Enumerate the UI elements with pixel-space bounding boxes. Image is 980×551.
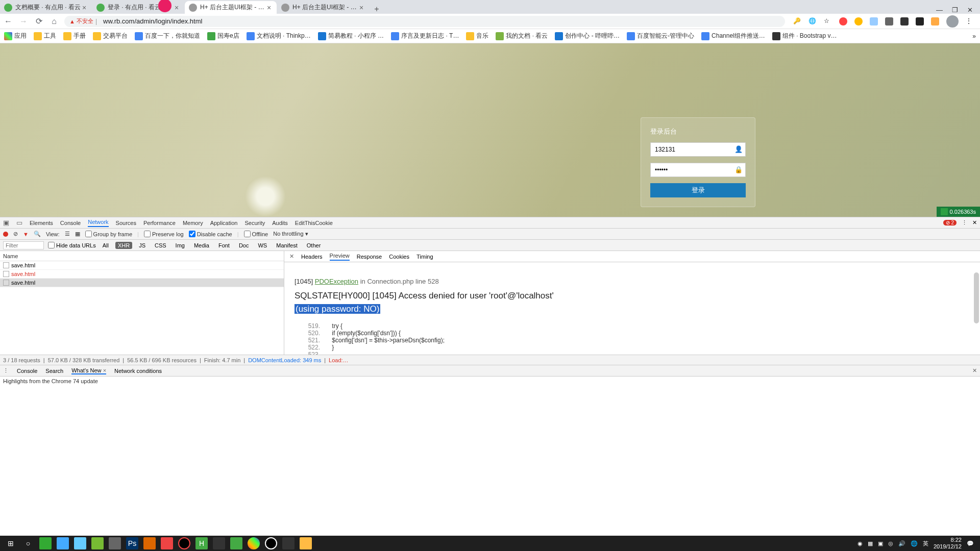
close-icon[interactable]: × <box>358 4 365 11</box>
devtools-tab-security[interactable]: Security <box>244 220 265 226</box>
start-button[interactable]: ⊞ <box>5 537 17 549</box>
tray-wechat-icon[interactable]: ◎ <box>888 540 893 547</box>
drawer-menu-icon[interactable]: ⋮ <box>3 367 9 374</box>
filter-input[interactable] <box>3 241 44 249</box>
key-icon[interactable]: 🔑 <box>793 17 801 26</box>
maximize-button[interactable]: ❐ <box>952 6 958 14</box>
browser-tab-0[interactable]: 文档概要 · 有点用 · 看云× <box>0 1 92 14</box>
tray-volume-icon[interactable]: 🔊 <box>898 540 905 547</box>
bookmark-star-icon[interactable]: ☆ <box>824 17 832 26</box>
tray-icon[interactable]: ◉ <box>857 540 863 547</box>
preview-pane[interactable]: [1045] PDOException in Connection.php li… <box>284 262 980 355</box>
drawer-tab-network-conditions[interactable]: Network conditions <box>114 368 162 374</box>
forward-button[interactable]: → <box>18 17 29 26</box>
record-icon[interactable] <box>178 537 190 549</box>
taskbar-app-icon[interactable]: H <box>195 537 208 549</box>
explorer-icon[interactable] <box>300 537 312 549</box>
devtools-tab-memory[interactable]: Memory <box>183 220 203 226</box>
bookmark-item[interactable]: 百度智能云-管理中心 <box>627 32 694 40</box>
bookmark-item[interactable]: 百度一下，你就知道 <box>135 32 200 40</box>
filter-type-doc[interactable]: Doc <box>236 242 252 249</box>
drawer-tab-whatsnew[interactable]: What's New × <box>71 367 106 374</box>
filter-type-media[interactable]: Media <box>191 242 212 249</box>
browser-tab-2[interactable]: H+ 后台主题UI框架 - 登录× <box>185 1 277 14</box>
hide-dataurls-checkbox[interactable]: Hide data URLs <box>48 242 96 248</box>
reload-button[interactable]: ⟳ <box>34 16 44 26</box>
inspect-element-icon[interactable]: ▣ <box>3 219 9 227</box>
bookmark-item[interactable]: 创作中心 - 哔哩哔… <box>555 32 620 40</box>
ext1-icon[interactable] <box>839 17 847 26</box>
bookmark-item[interactable]: 简易教程 · 小程序 … <box>318 32 384 40</box>
drawer-tab-console[interactable]: Console <box>17 368 37 374</box>
taskbar-app-icon[interactable] <box>39 537 52 549</box>
view-large-icon[interactable]: ☰ <box>65 231 70 237</box>
username-input[interactable] <box>650 142 746 157</box>
filter-type-all[interactable]: All <box>100 242 111 249</box>
devtools-tab-performance[interactable]: Performance <box>143 220 176 226</box>
filter-type-img[interactable]: Img <box>173 242 187 249</box>
bookmark-item[interactable]: 组件 · Bootstrap v… <box>772 32 837 40</box>
minimize-button[interactable]: — <box>936 6 943 14</box>
ext2-icon[interactable] <box>854 17 863 26</box>
close-icon[interactable]: × <box>265 4 273 11</box>
bookmark-item[interactable]: 国寿e店 <box>207 32 239 40</box>
profile-avatar-icon[interactable] <box>946 15 959 28</box>
taskbar-app-icon[interactable] <box>57 537 69 549</box>
bookmarks-overflow-button[interactable]: » <box>972 33 976 40</box>
detail-tab-response[interactable]: Response <box>357 254 382 260</box>
bookmark-item[interactable]: 序言及更新日志 · T… <box>391 32 459 40</box>
devtools-tab-audits[interactable]: Audits <box>272 220 288 226</box>
taskbar-app-icon[interactable] <box>161 537 173 549</box>
search-icon[interactable]: 🔍 <box>34 231 41 237</box>
filter-type-css[interactable]: CSS <box>152 242 169 249</box>
new-tab-button[interactable]: + <box>370 5 384 14</box>
scrollbar[interactable] <box>974 272 979 323</box>
ime-indicator[interactable]: 英 <box>923 540 928 547</box>
error-count-badge[interactable]: ⊘ 2 <box>943 220 957 226</box>
devtools-tab-elements[interactable]: Elements <box>30 220 53 226</box>
ext5-icon[interactable] <box>900 17 909 26</box>
back-button[interactable]: ← <box>3 17 13 26</box>
taskbar-app-icon[interactable] <box>109 537 121 549</box>
photoshop-icon[interactable]: Ps <box>126 537 138 549</box>
drawer-close-icon[interactable]: ✕ <box>972 367 977 374</box>
login-button[interactable]: 登录 <box>650 183 746 197</box>
ext6-icon[interactable] <box>916 17 924 26</box>
filter-type-js[interactable]: JS <box>136 242 148 249</box>
bookmark-item[interactable]: 音乐 <box>466 32 488 40</box>
translate-icon[interactable]: 🌐 <box>808 17 817 26</box>
close-details-icon[interactable]: ✕ <box>289 253 294 260</box>
drawer-tab-search[interactable]: Search <box>45 368 63 374</box>
home-button[interactable]: ⌂ <box>49 17 59 26</box>
devtools-tab-console[interactable]: Console <box>60 220 81 226</box>
obs-icon[interactable] <box>265 537 277 549</box>
url-input[interactable]: ▲不安全 | ww.rb.com/admin/login/index.html <box>64 16 785 27</box>
close-icon[interactable]: × <box>173 4 180 11</box>
detail-tab-cookies[interactable]: Cookies <box>389 254 409 260</box>
request-row[interactable]: save.html <box>0 279 284 287</box>
filter-type-xhr[interactable]: XHR <box>115 242 132 249</box>
performance-badge[interactable]: 0.026363s <box>937 207 980 217</box>
ext4-icon[interactable] <box>885 17 893 26</box>
password-input[interactable] <box>650 163 746 177</box>
tray-icon[interactable]: ▣ <box>878 540 883 547</box>
filter-type-other[interactable]: Other <box>304 242 324 249</box>
menu-button[interactable]: ⋮ <box>966 17 974 26</box>
devtools-close-icon[interactable]: ✕ <box>972 219 977 226</box>
exception-link[interactable]: PDOException <box>315 278 358 285</box>
bookmark-item[interactable]: 文档说明 · Thinkp… <box>247 32 311 40</box>
taskbar-app-icon[interactable] <box>74 537 86 549</box>
record-button[interactable] <box>3 232 8 237</box>
devtools-tab-application[interactable]: Application <box>210 220 238 226</box>
devtools-tab-network[interactable]: Network <box>88 219 108 227</box>
cortana-icon[interactable]: ○ <box>22 537 34 549</box>
view-screenshots-icon[interactable]: ▦ <box>75 231 80 237</box>
taskbar-app-icon[interactable] <box>282 537 295 549</box>
disable-cache-checkbox[interactable]: Disable cache <box>189 231 232 237</box>
detail-tab-preview[interactable]: Preview <box>330 253 350 261</box>
close-icon[interactable]: × <box>81 4 88 11</box>
close-icon[interactable]: × <box>103 367 106 373</box>
devtools-tab-sources[interactable]: Sources <box>116 220 136 226</box>
bookmark-item[interactable]: 我的文档 · 看云 <box>496 32 548 40</box>
device-toggle-icon[interactable]: ▭ <box>16 219 22 227</box>
